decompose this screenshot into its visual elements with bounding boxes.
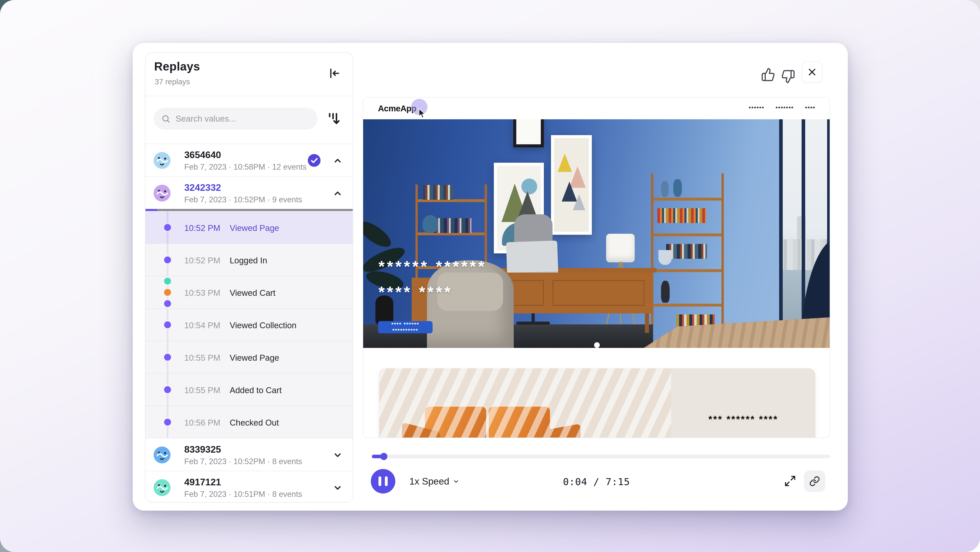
replay-id: 8339325 [184, 444, 221, 455]
thumbs-down-icon [781, 70, 795, 84]
timeline-track [167, 309, 169, 341]
timeline-track [167, 276, 169, 308]
thumbs-down-button[interactable] [781, 70, 795, 85]
event-time: 10:53 PM [184, 288, 220, 298]
event-dot [163, 223, 172, 232]
expand-icon [784, 475, 796, 487]
masked-nav-link: **** [805, 105, 815, 112]
scrubber-handle[interactable] [380, 453, 387, 460]
wall-art-triangles [551, 135, 592, 235]
event-time: 10:55 PM [184, 353, 220, 363]
event-row[interactable]: 10:53 PMViewed Cart [145, 276, 353, 308]
masked-product-text: *** ****** **** [671, 369, 815, 438]
event-label: Viewed Page [230, 353, 279, 363]
watched-badge [308, 154, 321, 167]
replay-row[interactable]: 3242332Feb 7, 2023 · 10:52PM · 9 events [145, 176, 353, 209]
event-label: Added to Cart [230, 386, 282, 395]
copy-link-button[interactable] [804, 471, 825, 492]
app-window: Replays 37 replays 3654640Feb 7, 2023 · … [0, 0, 980, 552]
recorded-site-logo: AcmeApp [378, 104, 417, 113]
chevron-up-icon[interactable] [333, 188, 342, 198]
speed-dropdown[interactable]: 1x Speed [409, 475, 460, 488]
replay-id: 4917121 [184, 477, 221, 488]
session-avatar [154, 447, 170, 463]
recorded-cta-button: **** ****** ********** [378, 321, 433, 333]
event-dot [163, 276, 172, 286]
search-input[interactable] [175, 114, 309, 124]
event-time: 10:54 PM [184, 321, 220, 330]
event-dot [163, 353, 172, 362]
thumbs-up-button[interactable] [761, 67, 775, 83]
pause-icon [379, 476, 381, 486]
sort-button[interactable] [324, 108, 342, 129]
event-timeline: 10:52 PMViewed Page10:52 PMLogged In10:5… [145, 211, 353, 438]
session-avatar [154, 185, 170, 201]
laptop [506, 241, 558, 273]
event-dot [163, 299, 172, 308]
replay-row[interactable]: 8339325Feb 7, 2023 · 10:52PM · 8 events [145, 438, 353, 471]
replays-sidebar: Replays 37 replays 3654640Feb 7, 2023 · … [145, 53, 353, 503]
product-card: *** ****** **** [379, 369, 815, 438]
event-dot [163, 417, 172, 427]
recorded-site-navbar: AcmeApp ****** ******* **** [363, 97, 830, 119]
event-row[interactable]: 10:52 PMViewed Page [145, 211, 353, 243]
masked-hero-headline-1: ****** ****** [379, 257, 487, 275]
replay-meta: Feb 7, 2023 · 10:52PM · 9 events [184, 195, 302, 204]
event-dot [163, 255, 172, 265]
search-icon [161, 114, 170, 123]
floor-lamp [606, 234, 635, 262]
close-icon [807, 67, 817, 77]
event-label: Viewed Cart [230, 288, 275, 298]
event-row[interactable]: 10:56 PMChecked Out [145, 406, 353, 438]
page-title: Replays [154, 59, 200, 73]
replay-row[interactable]: 4917121Feb 7, 2023 · 10:51PM · 8 events [145, 471, 353, 503]
event-label: Checked Out [230, 418, 279, 428]
chevron-down-icon[interactable] [333, 450, 342, 460]
event-row[interactable]: 10:54 PMViewed Collection [145, 308, 353, 341]
wall-art-small [513, 119, 544, 147]
search-box[interactable] [154, 108, 318, 130]
session-progress-fill [145, 209, 157, 211]
chevron-up-icon[interactable] [333, 156, 342, 166]
time-separator: / [587, 476, 606, 487]
masked-nav-link: ****** [749, 105, 764, 112]
event-time: 10:55 PM [184, 386, 220, 395]
replay-count: 37 replays [155, 77, 190, 86]
link-icon [809, 476, 820, 487]
masked-nav-link: ******* [776, 105, 794, 112]
replay-id: 3654640 [184, 150, 221, 160]
collapse-sidebar-button[interactable] [327, 66, 341, 80]
event-row[interactable]: 10:55 PMViewed Page [145, 341, 353, 373]
event-row[interactable]: 10:52 PMLogged In [145, 243, 353, 276]
carousel-dot [594, 342, 600, 348]
thumbs-up-icon [761, 67, 775, 82]
collapse-panel-icon [327, 66, 341, 80]
close-button[interactable] [802, 62, 822, 83]
event-label: Logged In [230, 256, 267, 265]
replay-modal: Replays 37 replays 3654640Feb 7, 2023 · … [133, 43, 848, 511]
timeline-track [167, 244, 169, 276]
event-time: 10:52 PM [184, 223, 220, 233]
replay-meta: Feb 7, 2023 · 10:52PM · 8 events [184, 457, 302, 466]
search-row [145, 96, 353, 144]
pause-button[interactable] [371, 469, 395, 493]
sort-descending-icon [325, 109, 341, 128]
replay-meta: Feb 7, 2023 · 10:58PM · 12 events [184, 163, 307, 172]
recorded-product-section: *** ****** **** [363, 348, 830, 438]
replay-row[interactable]: 3654640Feb 7, 2023 · 10:58PM · 12 events [145, 144, 353, 176]
chevron-down-icon[interactable] [333, 483, 342, 493]
timeline-track [167, 212, 169, 243]
mouse-cursor-icon [418, 108, 426, 118]
fullscreen-button[interactable] [783, 474, 797, 488]
timeline-scrubber[interactable] [372, 455, 830, 458]
time-display: 0:04 / 7:15 [546, 476, 648, 487]
event-label: Viewed Page [230, 223, 279, 233]
timeline-track [167, 406, 169, 438]
current-time: 0:04 [563, 476, 587, 487]
timeline-track [167, 374, 169, 406]
event-time: 10:56 PM [184, 418, 220, 428]
event-row[interactable]: 10:55 PMAdded to Cart [145, 373, 353, 406]
sofa-photo [379, 369, 671, 438]
plant [363, 217, 395, 251]
session-progress-bar[interactable] [145, 209, 353, 211]
